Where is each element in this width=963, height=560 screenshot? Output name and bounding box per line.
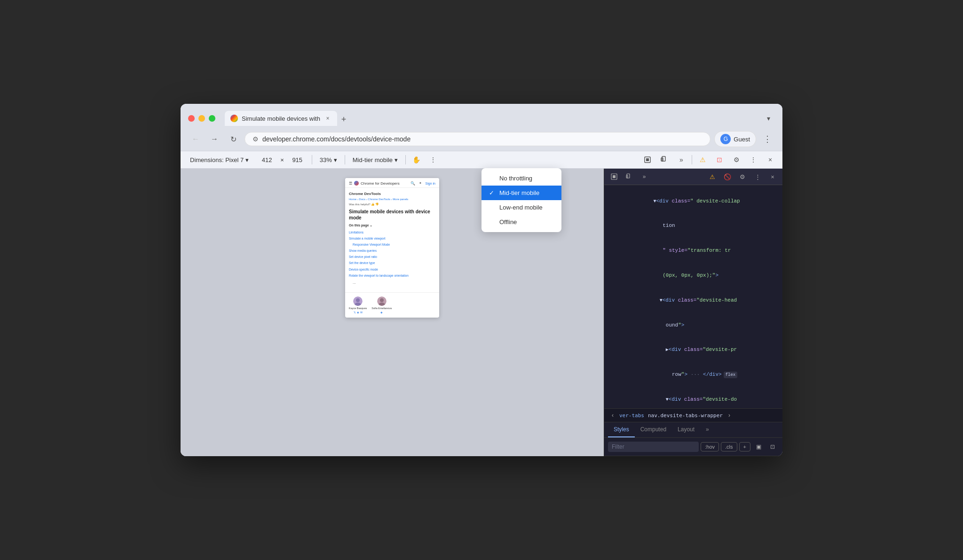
element-selector-button[interactable] <box>641 153 654 166</box>
mobile-settings-icon: ✦ <box>419 181 422 185</box>
code-content: ▼<div class=" devsite-collap tion " styl… <box>604 185 782 408</box>
profile-button[interactable]: G Guest <box>714 131 756 147</box>
new-tab-button[interactable]: + <box>337 113 350 126</box>
breadcrumb-back-btn[interactable]: ‹ <box>608 411 617 420</box>
throttle-option-low-end[interactable]: Low-end mobile <box>482 200 561 215</box>
mobile-site-name: Chrome for Developers <box>361 181 400 186</box>
pseudo-classes-button[interactable]: :hov <box>701 442 719 451</box>
touch-emulation-button[interactable]: ✋ <box>410 153 423 166</box>
throttle-dropdown: No throttling ✓ Mid-tier mobile Low-end … <box>482 168 561 232</box>
author-1-github: ◈ <box>357 311 359 314</box>
toolbar-separator-4 <box>692 155 692 164</box>
tab-close-button[interactable]: × <box>324 115 332 122</box>
more-devtools-button[interactable]: ⋮ <box>747 153 760 166</box>
mobile-preview: ☰ Chrome for Developers 🔍 ✦ Sign in Chro… <box>345 178 439 318</box>
svg-rect-11 <box>613 175 616 178</box>
tab-list-button[interactable]: ▾ <box>762 112 775 125</box>
title-bar-right: ▾ <box>762 112 775 125</box>
profile-icon: G <box>720 134 731 144</box>
devtools-device-btn[interactable] <box>623 171 635 183</box>
tab-computed[interactable]: Computed <box>635 422 672 437</box>
dimensions-label: Dimensions: Pixel 7 <box>190 156 244 163</box>
toolbar-separator-1 <box>312 155 312 164</box>
author-2-github: ◈ <box>380 311 383 314</box>
refresh-button[interactable]: ↻ <box>226 132 241 147</box>
throttle-option-mid-tier[interactable]: ✓ Mid-tier mobile <box>482 186 561 200</box>
throttle-arrow-icon: ▾ <box>395 156 398 163</box>
devtools-more-btn[interactable]: ⋮ <box>751 171 764 183</box>
tab-more-styles[interactable]: » <box>700 422 715 437</box>
author-1-twitter: 𝕏 <box>354 311 356 314</box>
tab-layout[interactable]: Layout <box>672 422 700 437</box>
devtools-close-btn[interactable]: × <box>766 171 779 183</box>
mobile-page-title: Chrome DevTools <box>349 192 435 196</box>
settings-button[interactable]: ⚙ <box>730 153 743 166</box>
toolbar-separator-3 <box>405 155 406 164</box>
toc-item-2: Simulate a mobile viewport <box>349 235 435 241</box>
device-mode-button[interactable] <box>658 153 671 166</box>
window-controls <box>188 115 215 122</box>
svg-point-5 <box>356 298 360 302</box>
devtools-more-panels-btn[interactable]: » <box>638 171 650 183</box>
author-2-links: ◈ <box>380 311 383 314</box>
devtools-settings-btn[interactable]: ⚙ <box>736 171 749 183</box>
address-security-icon: ⚙ <box>253 135 259 143</box>
width-input[interactable] <box>256 156 277 163</box>
svg-rect-1 <box>646 158 649 161</box>
devtools-warning-btn[interactable]: ⚠ <box>706 171 718 183</box>
browser-menu-button[interactable]: ⋮ <box>760 132 775 147</box>
close-button[interactable] <box>188 115 195 122</box>
mobile-more-indicator: ... <box>349 279 435 287</box>
devtools-breadcrumb: ‹ ver-tabs nav.devsite-tabs-wrapper › <box>604 408 782 422</box>
mobile-helpful-text: Was this helpful? 👍 👎 <box>349 202 435 206</box>
style-grid-button[interactable]: ▣ <box>752 441 765 453</box>
zoom-selector[interactable]: 33% ▾ <box>316 155 341 165</box>
classes-button[interactable]: .cls <box>721 442 737 451</box>
svg-point-8 <box>380 298 384 302</box>
throttle-selector[interactable]: Mid-tier mobile ▾ <box>349 155 402 165</box>
error-icon: ⊡ <box>717 156 722 163</box>
more-options-button[interactable]: ⋮ <box>426 153 440 166</box>
error-button[interactable]: ⊡ <box>713 153 726 166</box>
devtools-toolbar: Dimensions: Pixel 7 ▾ × 33% ▾ Mid-tier m… <box>181 151 782 169</box>
zoom-label: 33% <box>320 156 332 163</box>
throttle-option-offline[interactable]: Offline <box>482 215 561 229</box>
author-1: Kayce Basques 𝕏 ◈ ✉ <box>349 296 367 314</box>
devtools-select-element-btn[interactable] <box>608 171 620 183</box>
active-tab[interactable]: Simulate mobile devices with × <box>225 111 337 126</box>
mobile-breadcrumb: Home › Docs › Chrome DevTools › More pan… <box>349 198 435 201</box>
breadcrumb-forward-btn[interactable]: › <box>725 411 734 420</box>
author-1-links: 𝕏 ◈ ✉ <box>354 311 363 314</box>
code-line-3: " style="transform: tr <box>608 239 779 264</box>
forward-button[interactable]: → <box>207 132 222 147</box>
tab-styles[interactable]: Styles <box>608 422 635 437</box>
mobile-menu-icon: ☰ <box>349 181 352 186</box>
code-line-4: (0px, 0px, 0px);"> <box>608 263 779 288</box>
style-layout-button[interactable]: ⊡ <box>766 441 779 453</box>
dimensions-selector[interactable]: Dimensions: Pixel 7 ▾ <box>186 155 253 165</box>
maximize-button[interactable] <box>209 115 215 122</box>
profile-label: Guest <box>734 136 750 143</box>
size-cross: × <box>280 156 284 163</box>
toc-item-1: Limitations <box>349 229 435 235</box>
tab-title: Simulate mobile devices with <box>242 115 320 122</box>
warning-button[interactable]: ⚠ <box>696 153 709 166</box>
author-2-name: Sofia Emelianova <box>371 307 392 310</box>
toc-item-4: Show media queries <box>349 248 435 254</box>
devtools-error-btn[interactable]: 🚫 <box>721 171 734 183</box>
dimensions-arrow-icon: ▾ <box>245 156 249 163</box>
styles-toolbar: :hov .cls + ▣ ⊡ <box>604 438 782 456</box>
address-bar[interactable]: ⚙ developer.chrome.com/docs/devtools/dev… <box>245 132 710 146</box>
throttle-option-no-throttling[interactable]: No throttling <box>482 171 561 186</box>
minimize-button[interactable] <box>198 115 205 122</box>
title-bar: Simulate mobile devices with × + ▾ <box>181 104 782 128</box>
toc-item-3: Responsive Viewport Mode <box>349 241 435 248</box>
height-input[interactable] <box>287 156 308 163</box>
panel-forward-button[interactable]: » <box>675 153 688 166</box>
mobile-chrome-favicon <box>354 181 359 186</box>
back-button[interactable]: ← <box>188 132 203 147</box>
svg-rect-12 <box>627 174 630 178</box>
close-devtools-button[interactable]: × <box>764 153 777 166</box>
styles-filter-input[interactable] <box>608 442 699 452</box>
add-style-button[interactable]: + <box>739 442 750 451</box>
